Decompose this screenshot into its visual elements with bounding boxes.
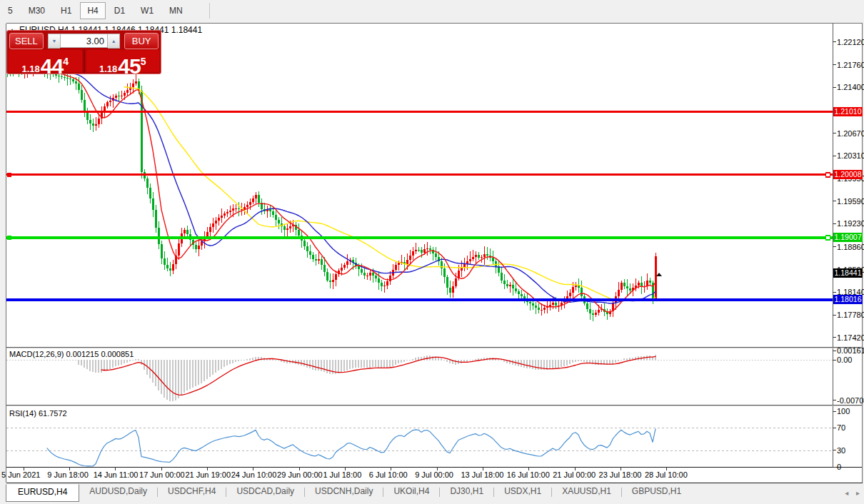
price-badge: 1.20008 (833, 170, 863, 179)
time-axis-label: 29 Jun 00:00 (277, 470, 323, 479)
price-tick-label: 1.21400 (837, 83, 864, 91)
chart-tab-XAUUSD-H1[interactable]: XAUUSD,H1 (552, 484, 621, 500)
time-axis-label: 28 Jul 10:00 (645, 470, 688, 479)
price-tick-label: 1.18860 (837, 243, 864, 251)
price-tick-label: 1.21760 (837, 61, 864, 69)
time-axis-label: 5 Jun 2021 (1, 470, 40, 479)
time-axis-label: 16 Jul 10:00 (507, 470, 550, 479)
time-axis-label: 17 Jun 00:00 (139, 470, 185, 479)
trade-panel-controls: SELL ▼ 3.00 ▲ BUY (7, 31, 161, 49)
timeframe-button-M30[interactable]: M30 (21, 2, 52, 19)
time-axis-label: 14 Jun 11:00 (94, 470, 139, 479)
buy-price-big: 45 (118, 54, 140, 78)
tabs-scroll-nav: ◂ ▸ (839, 489, 860, 497)
macd-indicator-label: MACD(12,26,9) 0.001215 0.000851 (9, 350, 134, 358)
tabs-scroll-right-icon[interactable]: ▸ (856, 489, 860, 497)
sell-price-display[interactable]: 1.18444 (9, 50, 82, 72)
chart-tab-AUDUSD-Daily[interactable]: AUDUSD,Daily (79, 484, 157, 500)
sell-button[interactable]: SELL (9, 33, 44, 49)
rsi-axis-label: 70 (837, 423, 845, 432)
price-tick-label: 1.20670 (837, 129, 864, 138)
macd-axis-label: -0.007088 (837, 396, 864, 405)
buy-button[interactable]: BUY (124, 33, 159, 49)
time-axis-label: 6 Jul 10:00 (369, 470, 408, 479)
rsi-axis-label: 30 (837, 446, 845, 455)
price-tick-label: 1.17780 (837, 311, 864, 319)
timeframe-button-MN[interactable]: MN (162, 2, 190, 19)
price-badge: 1.21010 (833, 107, 863, 116)
volume-increase-button[interactable]: ▲ (108, 34, 120, 49)
timeframe-toolbar: 5M30H1H4D1W1MN (0, 0, 864, 21)
time-axis-label: 21 Jul 00:00 (553, 470, 596, 479)
chart-tab-USDCAD-Daily[interactable]: USDCAD,Daily (226, 484, 304, 500)
price-divider (84, 49, 85, 74)
price-badge: 1.19007 (833, 233, 863, 242)
chart-tabs-bar: EURUSD,H4AUDUSD,DailyUSDCHF,H4USDCAD,Dai… (0, 484, 864, 504)
buy-price-prefix: 1.18 (99, 64, 117, 74)
chart-tab-GBPUSD-H1[interactable]: GBPUSD,H1 (622, 484, 691, 500)
time-axis-label: 1 Jul 18:00 (323, 470, 361, 479)
time-axis-label: 24 Jun 10:00 (231, 470, 277, 479)
price-badge: 1.18441 (833, 268, 863, 278)
buy-price-sup: 5 (141, 56, 146, 67)
sell-price-sup: 4 (63, 56, 69, 67)
macd-axis-label: 0.00161 (837, 346, 864, 355)
one-click-trading-panel: SELL ▼ 3.00 ▲ BUY 1.18444 1.18455 (6, 30, 161, 74)
chart-tab-USDCHF-H4[interactable]: USDCHF,H4 (158, 484, 226, 500)
chart-tab-USDX-H1[interactable]: USDX,H1 (494, 484, 551, 500)
macd-axis-label: 0.00 (837, 356, 852, 364)
rsi-axis-label: 100 (837, 407, 850, 415)
chart-tabs: EURUSD,H4AUDUSD,DailyUSDCHF,H4USDCAD,Dai… (0, 484, 691, 502)
timeframe-button-W1[interactable]: W1 (134, 2, 161, 19)
timeframe-button-5[interactable]: 5 (1, 2, 20, 19)
trade-panel-prices: 1.18444 1.18455 (7, 49, 161, 74)
sell-price-prefix: 1.18 (22, 64, 40, 74)
time-axis-label: 9 Jul 00:00 (415, 470, 453, 479)
timeframe-button-D1[interactable]: D1 (107, 2, 132, 19)
chart-tab-DJ30-H1[interactable]: DJ30,H1 (440, 484, 493, 500)
time-axis-label: 21 Jun 19:00 (185, 470, 231, 479)
sell-price-big: 44 (41, 54, 63, 78)
rsi-indicator-label: RSI(14) 61.7572 (9, 409, 67, 418)
toolbar-separator (209, 3, 210, 19)
price-tick-label: 1.17420 (837, 333, 864, 342)
price-tick-label: 1.22120 (837, 38, 864, 46)
tabs-scroll-left-icon[interactable]: ◂ (845, 489, 848, 497)
volume-input[interactable]: 3.00 (60, 34, 108, 48)
buy-price-display[interactable]: 1.18455 (86, 50, 160, 72)
rsi-axis-label: 0 (837, 463, 841, 471)
timeframe-button-H1[interactable]: H1 (54, 2, 79, 19)
price-badge: 1.18016 (833, 295, 863, 304)
price-tick-label: 1.19230 (837, 219, 864, 228)
time-axis-label: 23 Jul 18:00 (599, 470, 642, 479)
time-axis-label: 13 Jul 18:00 (461, 470, 504, 479)
chart-tab-USDCNH-Daily[interactable]: USDCNH,Daily (305, 484, 383, 500)
timeframe-button-H4[interactable]: H4 (80, 2, 105, 19)
price-tick-label: 1.20310 (837, 151, 864, 160)
time-axis-label: 9 Jun 18:00 (47, 470, 89, 479)
volume-decrease-button[interactable]: ▼ (48, 34, 60, 49)
chart-tab-EURUSD-H4[interactable]: EURUSD,H4 (6, 484, 79, 502)
chart-tab-UKOil-H4[interactable]: UKOil,H4 (383, 484, 439, 500)
price-tick-label: 1.19590 (837, 197, 864, 206)
